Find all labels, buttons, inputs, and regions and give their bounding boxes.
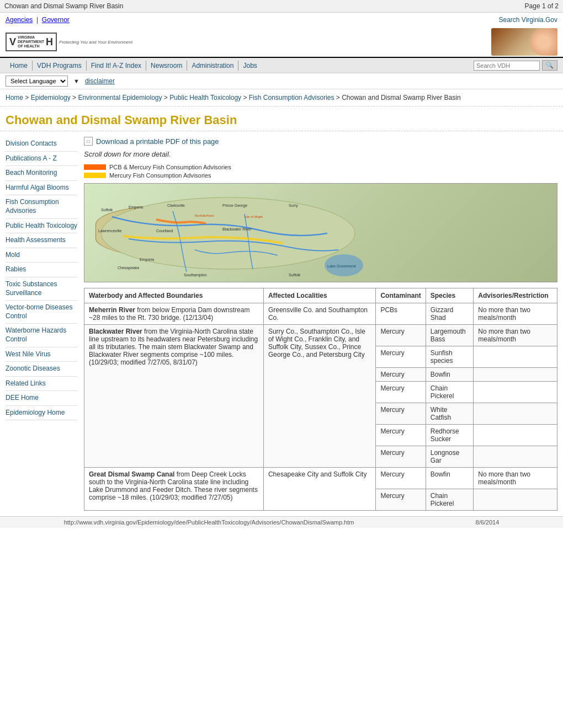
contaminant-cell: Mercury — [376, 446, 426, 468]
species-cell: Redhorse Sucker — [426, 425, 474, 446]
logo-h: H — [46, 36, 53, 48]
sidebar-dee-home[interactable]: DEE Home — [6, 391, 77, 406]
map-svg: Suffolk Emporia Clarksville Prince Georg… — [84, 184, 557, 282]
svg-text:Courtland: Courtland — [156, 229, 173, 233]
page-info: Page 1 of 2 — [525, 2, 559, 10]
governor-link[interactable]: Governor — [42, 16, 70, 24]
agencies-gov-links: Agencies | Governor — [6, 16, 70, 24]
svg-text:Norfolk/Ports: Norfolk/Ports — [195, 214, 214, 217]
breadcrumb-env-epi[interactable]: Environmental Epidemiology — [78, 94, 162, 101]
species-cell: Longnose Gar — [426, 446, 474, 468]
legend-pcb-label: PCB & Mercury Fish Consumption Advisorie… — [109, 164, 231, 170]
logo-v: V — [9, 36, 16, 48]
nav-jobs[interactable]: Jobs — [238, 61, 261, 71]
species-cell: Sunfish species — [426, 346, 474, 368]
col-advisory: Advisories/Restriction — [474, 288, 557, 303]
nav-newsroom[interactable]: Newsroom — [146, 61, 187, 71]
sidebar-health-assessments[interactable]: Health Assessments — [6, 233, 77, 248]
language-select[interactable]: Select Language — [6, 76, 68, 87]
localities-cell: Greensville Co. and Southampton Co. — [263, 303, 376, 325]
browser-title: Chowan and Dismal Swamp River Basin — [4, 2, 123, 10]
svg-text:Surry: Surry — [289, 204, 298, 208]
advisory-cell: No more than two meals/month — [474, 303, 557, 325]
legend-mercury-color — [84, 173, 106, 178]
sidebar-west-nile[interactable]: West Nile Virus — [6, 347, 77, 362]
waterbody-cell: Blackwater River from the Virginia-North… — [84, 325, 264, 468]
species-cell: Largemouth Bass — [426, 325, 474, 346]
svg-text:Southampton: Southampton — [184, 273, 207, 277]
nav-links: Home VDH Programs Find It! A-Z Index New… — [6, 61, 262, 71]
contaminant-cell: Mercury — [376, 468, 426, 489]
sidebar-epidemiology-home[interactable]: Epidemiology Home — [6, 406, 77, 421]
pdf-download-link[interactable]: Download a printable PDF of this page — [96, 137, 219, 146]
advisory-cell — [474, 346, 557, 368]
waterbody-name: Meherrin River — [89, 306, 135, 314]
sidebar-mold[interactable]: Mold — [6, 248, 77, 263]
col-waterbody: Waterbody and Affected Boundaries — [84, 288, 264, 303]
breadcrumb-current: Chowan and Dismal Swamp River Basin — [342, 94, 460, 101]
legend-pcb-color — [84, 164, 106, 170]
sidebar-fish-consumption[interactable]: Fish Consumption Advisories — [6, 195, 77, 218]
contaminant-cell: Mercury — [376, 489, 426, 511]
svg-text:Lake Drummond: Lake Drummond — [327, 264, 356, 268]
waterbody-cell: Meherrin River from below Emporia Dam do… — [84, 303, 264, 325]
sidebar-public-health-tox[interactable]: Public Health Toxicology — [6, 219, 77, 234]
advisory-cell — [474, 403, 557, 425]
scroll-note: Scroll down for more detail. — [84, 150, 557, 158]
logo-dept3: OF HEALTH — [18, 44, 44, 49]
sidebar-toxic-substances[interactable]: Toxic Substances Surveillance — [6, 277, 77, 301]
sidebar-beach-monitoring[interactable]: Beach Monitoring — [6, 166, 77, 181]
waterbody-name: Great Dismal Swamp Canal — [89, 470, 174, 478]
agencies-link[interactable]: Agencies — [6, 16, 33, 24]
search-virginia-gov-link[interactable]: Search Virginia.Gov — [499, 16, 558, 24]
species-cell: Chain Pickerel — [426, 489, 474, 511]
svg-text:Suffolk: Suffolk — [101, 208, 113, 212]
contaminant-cell: Mercury — [376, 382, 426, 403]
sidebar-harmful-algal[interactable]: Harmful Algal Blooms — [6, 181, 77, 196]
search-input[interactable] — [474, 61, 540, 71]
page-title-section: Chowan and Dismal Swamp River Basin — [0, 106, 563, 131]
page-title: Chowan and Dismal Swamp River Basin — [6, 113, 557, 127]
col-species: Species — [426, 288, 474, 303]
advisory-cell — [474, 425, 557, 446]
table-row: Great Dismal Swamp Canal from Deep Creek… — [84, 468, 557, 489]
nav-vdh-programs[interactable]: VDH Programs — [33, 61, 87, 71]
advisory-cell: No more than two meals/month — [474, 468, 557, 489]
pdf-download-area: □ Download a printable PDF of this page — [84, 137, 557, 146]
contaminant-cell: Mercury — [376, 425, 426, 446]
nav-bar: Home VDH Programs Find It! A-Z Index New… — [0, 58, 563, 73]
top-bar: Agencies | Governor Search Virginia.Gov — [0, 13, 563, 27]
sidebar-rabies[interactable]: Rabies — [6, 263, 77, 277]
map-image: Suffolk Emporia Clarksville Prince Georg… — [84, 183, 557, 282]
logo-area: V VIRGINIA DEPARTMENT OF HEALTH H Protec… — [0, 27, 563, 58]
footer: http://www.vdh.virginia.gov/Epidemiology… — [0, 516, 563, 528]
sidebar-division-contacts[interactable]: Division Contacts — [6, 137, 77, 152]
sidebar-zoonotic[interactable]: Zoonotic Diseases — [6, 362, 77, 377]
sidebar-waterborne[interactable]: Waterborne Hazards Control — [6, 324, 77, 347]
breadcrumb-epidemiology[interactable]: Epidemiology — [31, 94, 71, 101]
logo: V VIRGINIA DEPARTMENT OF HEALTH H Protec… — [6, 33, 132, 51]
lang-select-label: ▼ — [73, 78, 79, 84]
breadcrumb-fca[interactable]: Fish Consumption Advisories — [249, 94, 334, 101]
nav-find-it[interactable]: Find It! A-Z Index — [87, 61, 146, 71]
main-content: □ Download a printable PDF of this page … — [84, 137, 557, 511]
svg-text:Prince George: Prince George — [222, 204, 247, 208]
sidebar-related-links[interactable]: Related Links — [6, 377, 77, 392]
breadcrumb-home[interactable]: Home — [6, 94, 23, 101]
contaminant-cell: Mercury — [376, 346, 426, 368]
footer-url: http://www.vdh.virginia.gov/Epidemiology… — [64, 519, 354, 526]
svg-text:Chesapeake: Chesapeake — [118, 266, 139, 270]
advisory-cell — [474, 382, 557, 403]
breadcrumb-pht[interactable]: Public Health Toxicology — [169, 94, 241, 101]
search-button[interactable]: 🔍 — [542, 60, 557, 71]
sidebar-vector-borne[interactable]: Vector-borne Diseases Control — [6, 301, 77, 324]
disclaimer-link[interactable]: disclaimer — [85, 77, 115, 85]
svg-text:Emporia: Emporia — [140, 258, 154, 262]
nav-administration[interactable]: Administration — [187, 61, 238, 71]
sidebar: Division Contacts Publications A - Z Bea… — [6, 137, 77, 511]
browser-chrome: Chowan and Dismal Swamp River Basin Page… — [0, 0, 563, 13]
sidebar-publications[interactable]: Publications A - Z — [6, 152, 77, 167]
nav-home[interactable]: Home — [6, 61, 33, 71]
contaminant-cell: PCBs — [376, 303, 426, 325]
svg-text:Lawrenceville: Lawrenceville — [98, 229, 122, 233]
